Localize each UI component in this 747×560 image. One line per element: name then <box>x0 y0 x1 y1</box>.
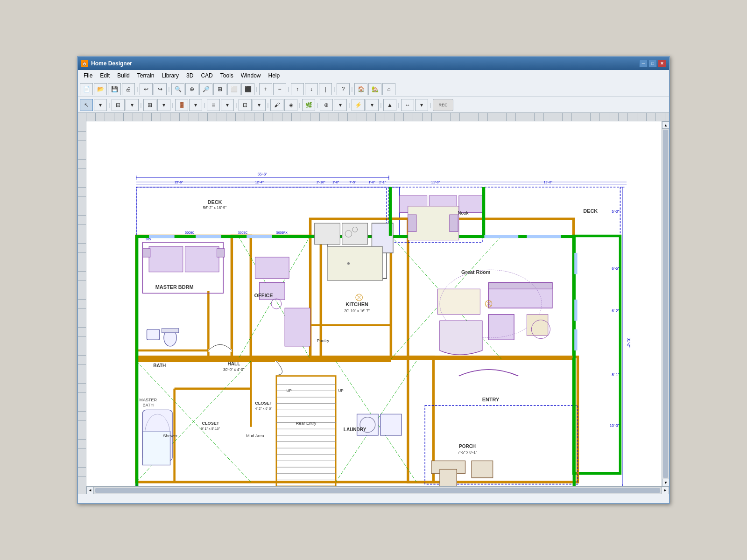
dimension-button[interactable]: ↔ <box>401 99 414 111</box>
select-area-button[interactable]: ⬛ <box>241 83 254 95</box>
sep16 <box>380 99 382 111</box>
svg-rect-91 <box>440 469 457 486</box>
ruler-horizontal <box>86 113 669 121</box>
svg-rect-162 <box>389 187 392 236</box>
scroll-thumb-horizontal[interactable] <box>95 488 660 493</box>
select-obj-button[interactable]: ⬜ <box>227 83 240 95</box>
select-tool-button[interactable]: ↖ <box>80 99 93 111</box>
sep14 <box>316 99 319 111</box>
menu-tools[interactable]: Tools <box>217 71 237 80</box>
menu-help[interactable]: Help <box>264 71 283 80</box>
open-button[interactable]: 📂 <box>94 83 107 95</box>
svg-point-67 <box>347 262 350 265</box>
scroll-up-button[interactable]: ▲ <box>662 121 669 129</box>
svg-text:5009C: 5009C <box>185 231 194 234</box>
menu-build[interactable]: Build <box>113 71 134 80</box>
fit-window-button[interactable]: ⊞ <box>213 83 226 95</box>
svg-text:Nook: Nook <box>458 210 469 216</box>
canvas-wrapper: 55'-6" 31'-2" <box>78 113 669 494</box>
svg-text:DECK: DECK <box>583 208 598 214</box>
svg-rect-169 <box>574 329 577 350</box>
electrical-sub-button[interactable]: ▾ <box>366 99 379 111</box>
svg-text:HALL: HALL <box>228 361 240 366</box>
plumbing-button[interactable]: ⊕ <box>320 99 333 111</box>
door-button[interactable]: 🚪 <box>175 99 188 111</box>
menu-3d[interactable]: 3D <box>183 71 197 80</box>
exterior-sub-button[interactable]: ▾ <box>253 99 266 111</box>
menu-terrain[interactable]: Terrain <box>134 71 158 80</box>
exterior-button[interactable]: ⊡ <box>239 99 252 111</box>
material-button[interactable]: ◈ <box>284 99 297 111</box>
undo-button[interactable]: ↩ <box>140 83 153 95</box>
sep1 <box>136 83 139 95</box>
stair-button[interactable]: ≡ <box>207 99 220 111</box>
scroll-left-button[interactable]: ◄ <box>86 487 94 494</box>
zoom-out-button[interactable]: 🔎 <box>199 83 212 95</box>
new-button[interactable]: 📄 <box>80 83 93 95</box>
sep7 <box>108 99 111 111</box>
menu-edit[interactable]: Edit <box>96 71 113 80</box>
svg-text:10'-0": 10'-0" <box>610 424 620 428</box>
roof3-button[interactable]: ⌂ <box>382 83 395 95</box>
scroll-down-button[interactable]: ▼ <box>662 479 669 486</box>
record-button[interactable]: REC <box>433 99 453 111</box>
menu-library[interactable]: Library <box>158 71 183 80</box>
minimize-button[interactable]: ─ <box>639 60 648 67</box>
select-sub-button[interactable]: ▾ <box>94 99 107 111</box>
svg-rect-170 <box>484 235 518 238</box>
del-layer-button[interactable]: − <box>273 83 286 95</box>
arrow-dn-button[interactable]: ↓ <box>305 83 318 95</box>
stair-sub-button[interactable]: ▾ <box>221 99 234 111</box>
svg-rect-76 <box>489 315 514 340</box>
help-button[interactable]: ? <box>337 83 350 95</box>
svg-rect-70 <box>459 196 485 212</box>
plumbing-sub-button[interactable]: ▾ <box>334 99 347 111</box>
save-button[interactable]: 💾 <box>108 83 121 95</box>
svg-text:UP: UP <box>286 389 292 393</box>
wall-tool-button[interactable]: ⊟ <box>112 99 125 111</box>
door-sub-button[interactable]: ▾ <box>189 99 202 111</box>
sep10 <box>203 99 206 111</box>
redo-button[interactable]: ↪ <box>154 83 167 95</box>
close-button[interactable]: ✕ <box>658 60 666 67</box>
add-layer-button[interactable]: + <box>259 83 272 95</box>
svg-text:1'-6": 1'-6" <box>368 180 375 184</box>
scroll-right-button[interactable]: ► <box>662 487 669 494</box>
roof2-button[interactable]: 🏡 <box>368 83 381 95</box>
zoom-window-button[interactable]: ⊕ <box>185 83 198 95</box>
sep13 <box>298 99 301 111</box>
electrical-button[interactable]: ⚡ <box>352 99 365 111</box>
main-window: 🏠 Home Designer ─ □ ✕ File Edit Build Te… <box>77 56 670 504</box>
scroll-thumb-vertical[interactable] <box>663 130 668 478</box>
svg-text:Shower: Shower <box>163 434 177 438</box>
dimension-sub-button[interactable]: ▾ <box>415 99 428 111</box>
wall-sub-button[interactable]: ▾ <box>126 99 139 111</box>
sep5 <box>333 83 336 95</box>
zoom-in-button[interactable]: 🔍 <box>171 83 184 95</box>
measure-button[interactable]: | <box>319 83 332 95</box>
plant-button[interactable]: 🌿 <box>302 99 315 111</box>
svg-rect-75 <box>489 283 552 289</box>
svg-text:CLOSET: CLOSET <box>202 421 219 426</box>
svg-text:BATH: BATH <box>153 363 166 368</box>
svg-rect-163 <box>482 187 485 236</box>
menu-file[interactable]: File <box>80 71 96 80</box>
arrow-up-button[interactable]: ↑ <box>291 83 304 95</box>
toolbar-1: 📄 📂 💾 🖨 ↩ ↪ 🔍 ⊕ 🔎 ⊞ ⬜ ⬛ + − ↑ ↓ | ? 🏠 🏡 … <box>78 81 669 97</box>
scrollbar-vertical[interactable]: ▲ ▼ <box>662 121 669 486</box>
menu-cad[interactable]: CAD <box>197 71 216 80</box>
svg-text:55'-6": 55'-6" <box>257 172 267 176</box>
paint-button[interactable]: 🖌 <box>270 99 283 111</box>
roof1-button[interactable]: 🏠 <box>354 83 367 95</box>
canvas-area[interactable]: 55'-6" 31'-2" <box>86 121 662 486</box>
menu-window[interactable]: Window <box>237 71 265 80</box>
fire-button[interactable]: ▲ <box>383 99 396 111</box>
svg-text:Rear Entry: Rear Entry <box>296 421 317 426</box>
svg-text:6'-5": 6'-5" <box>612 266 619 271</box>
print-button[interactable]: 🖨 <box>122 83 135 95</box>
cabinet-button[interactable]: ⊞ <box>143 99 156 111</box>
maximize-button[interactable]: □ <box>648 60 657 67</box>
svg-rect-92 <box>472 461 493 477</box>
svg-text:OFFICE: OFFICE <box>254 293 273 298</box>
cabinet-sub-button[interactable]: ▾ <box>157 99 170 111</box>
